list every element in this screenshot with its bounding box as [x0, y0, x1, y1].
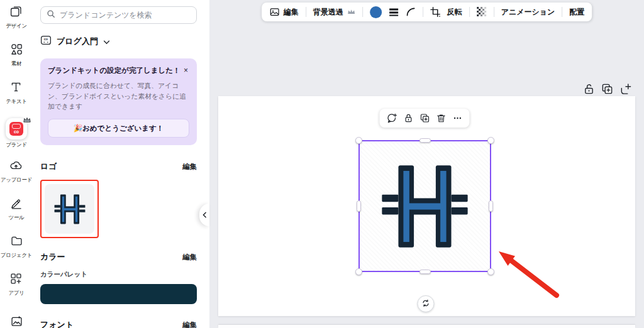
- edit-image-icon: [269, 7, 280, 18]
- logo-section-title: ロゴ: [40, 161, 57, 172]
- sidebar-item-design[interactable]: デザイン: [6, 5, 27, 30]
- resize-handle-bottom-left[interactable]: [355, 268, 362, 275]
- toolbar-separator: [362, 7, 363, 17]
- delete-element-button[interactable]: [434, 111, 448, 126]
- sidebar-item-magic-generate[interactable]: マジック生成: [1, 315, 32, 328]
- search-box: [40, 6, 197, 24]
- sidebar-label: ブランド: [6, 141, 27, 149]
- congratulations-button[interactable]: 🎉おめでとうございます！: [48, 119, 189, 138]
- flip-button[interactable]: 反転: [447, 7, 462, 18]
- rotate-handle[interactable]: [418, 295, 435, 312]
- unlock-icon: [583, 83, 595, 95]
- edit-image-button[interactable]: 編集: [269, 7, 299, 18]
- resize-handle-left[interactable]: [357, 200, 361, 212]
- lock-icon: [403, 113, 413, 123]
- background-remove-button[interactable]: 背景透過: [313, 7, 355, 18]
- color-palette-label: カラーパレット: [40, 270, 197, 279]
- color-chip-button[interactable]: [370, 6, 382, 18]
- sidebar-label: デザイン: [6, 23, 27, 30]
- pro-crown-icon: [23, 114, 31, 125]
- toolbar-separator: [494, 7, 494, 17]
- toolbar-separator: [423, 7, 423, 17]
- sidebar-label: ツール: [9, 214, 25, 222]
- color-palette-swatch[interactable]: [40, 284, 197, 304]
- animation-button[interactable]: アニメーション: [501, 7, 555, 18]
- transparency-button[interactable]: [477, 7, 487, 17]
- toolbar-separator: [562, 7, 562, 17]
- sidebar-label: アプリ: [8, 290, 24, 297]
- logo-section-header: ロゴ 編集: [40, 161, 197, 172]
- corner-plus-icon: [619, 83, 631, 95]
- crop-button[interactable]: [430, 7, 440, 17]
- resize-handle-bottom[interactable]: [419, 270, 431, 274]
- brand-logo-h: [379, 161, 470, 252]
- font-edit-link[interactable]: 編集: [182, 320, 197, 328]
- search-input[interactable]: [60, 11, 191, 19]
- svg-text:co: co: [44, 37, 48, 41]
- sidebar-item-apps[interactable]: アプリ: [8, 272, 24, 297]
- element-toolbar: 編集 背景透過 反転: [262, 3, 592, 21]
- design-icon: [9, 5, 23, 21]
- page-controls: [583, 83, 631, 95]
- position-button[interactable]: 配置: [569, 7, 584, 18]
- apps-grid-icon: [9, 272, 23, 288]
- brand-folder-label: ブログ入門: [57, 36, 98, 47]
- sidebar-label: テキスト: [6, 98, 27, 106]
- sidebar-item-tools[interactable]: ツール: [9, 197, 25, 222]
- folder-icon: [10, 234, 23, 250]
- sidebar-label: アップロード: [1, 177, 32, 184]
- brand-template-icon: co: [40, 35, 52, 48]
- sidebar-item-projects[interactable]: プロジェクト: [1, 234, 32, 260]
- font-section-header: フォント 編集: [40, 319, 197, 328]
- selection-context-toolbar: [380, 109, 470, 128]
- sidebar-item-brand[interactable]: co ブランド: [6, 118, 27, 149]
- duplicate-icon: [419, 113, 430, 123]
- logo-thumbnail[interactable]: [40, 180, 99, 238]
- quarter-arc-icon: [406, 7, 416, 17]
- sidebar-item-elements[interactable]: 素材: [10, 43, 23, 68]
- chevron-left-icon: [203, 210, 207, 220]
- color-edit-link[interactable]: 編集: [182, 253, 197, 262]
- lock-element-button[interactable]: [401, 111, 416, 126]
- lock-page-button[interactable]: [583, 83, 595, 95]
- sidebar-label: 素材: [11, 60, 21, 68]
- color-section-title: カラー: [40, 251, 65, 263]
- duplicate-element-button[interactable]: [418, 111, 432, 126]
- brand-folder-dropdown[interactable]: co ブログ入門: [40, 35, 197, 48]
- add-comment-button[interactable]: [385, 111, 399, 126]
- canva-brand-editor: { "colors": { "brand-red": "#f2333f", "h…: [0, 0, 644, 328]
- elements-icon: [10, 43, 23, 58]
- corner-arc-button[interactable]: [406, 7, 416, 17]
- add-page-button[interactable]: [619, 83, 631, 95]
- upload-cloud-icon: [9, 159, 23, 175]
- toolbar-separator: [306, 7, 306, 17]
- selected-logo-element[interactable]: [358, 140, 491, 272]
- resize-handle-right[interactable]: [489, 200, 493, 212]
- magic-image-icon: [10, 315, 23, 328]
- notification-title: ブランドキットの設定が完了しました！: [48, 66, 180, 75]
- resize-handle-bottom-right[interactable]: [487, 268, 494, 275]
- font-section-title: フォント: [40, 319, 74, 328]
- color-section-header: カラー 編集: [40, 251, 197, 263]
- duplicate-page-button[interactable]: [601, 83, 613, 95]
- sidebar-item-text[interactable]: テキスト: [6, 80, 27, 106]
- more-options-button[interactable]: [450, 111, 465, 126]
- resize-handle-top-left[interactable]: [355, 137, 362, 144]
- stroke-weight-button[interactable]: [389, 8, 399, 17]
- sidebar: デザイン 素材 テキスト co ブランド アップロード ツール: [0, 0, 33, 328]
- comment-plus-icon: [387, 113, 397, 124]
- sidebar-item-uploads[interactable]: アップロード: [1, 159, 32, 184]
- trash-icon: [436, 113, 446, 123]
- canvas-workspace: 編集 背景透過 反転: [209, 0, 644, 328]
- checkerboard-icon: [477, 7, 487, 17]
- text-icon: [9, 80, 23, 96]
- rotate-icon: [422, 299, 430, 309]
- toolbar-separator: [469, 7, 470, 17]
- chevron-down-icon: [103, 36, 110, 47]
- resize-handle-top-right[interactable]: [487, 137, 494, 144]
- resize-handle-top[interactable]: [419, 138, 431, 143]
- logo-edit-link[interactable]: 編集: [182, 162, 197, 172]
- ellipsis-icon: [452, 113, 462, 123]
- close-icon[interactable]: ×: [182, 66, 189, 75]
- crop-icon: [430, 7, 440, 17]
